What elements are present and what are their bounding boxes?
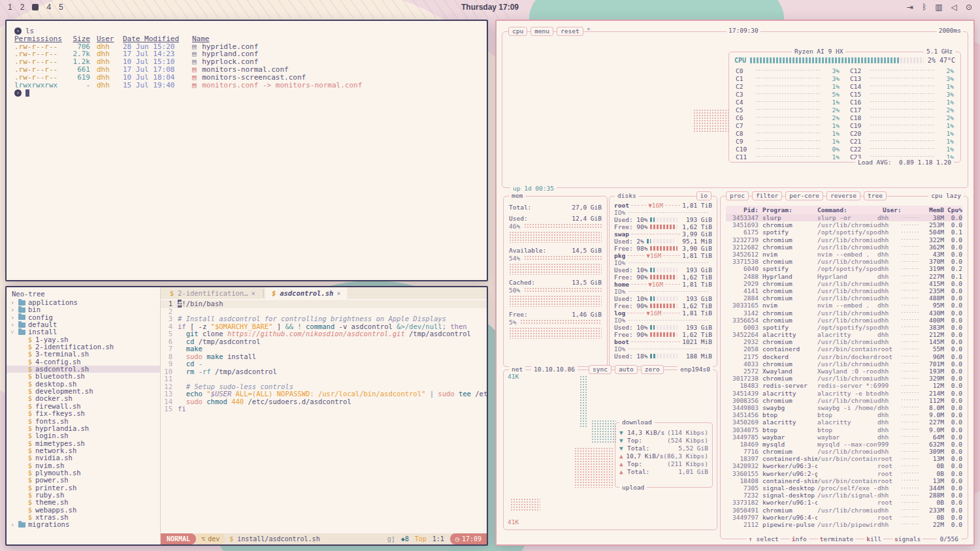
logout-icon[interactable]: ⇥ [907,3,913,12]
proc-tab-per-core[interactable]: per-core [785,191,823,200]
process-row[interactable]: 3451456btopbtopdhh9.0M0.0 [726,411,962,418]
footer-action-erminate[interactable]: terminate [818,535,856,543]
process-row[interactable]: 3452264alacrittyalacrittydhh212M0.0 [726,331,962,338]
memory-panel-title[interactable]: mem [509,192,525,200]
process-row[interactable]: 3212682chromium/usr/lib/chromium/dhh362M… [726,244,962,251]
proc-tab-filter[interactable]: filter [752,191,782,200]
network-interface[interactable]: enp194s0 [678,366,713,373]
volume-icon[interactable]: ◁ [951,3,957,12]
process-row[interactable]: 3008356chromium/usr/lib/chromium/dhh112M… [726,397,962,404]
tree-file-nvidia.sh[interactable]: $nvidia.sh [7,454,160,462]
tree-file-power.sh[interactable]: $power.sh [7,477,160,484]
footer-action-select[interactable]: ↑ select [747,535,781,543]
bluetooth-icon[interactable]: ᛒ [922,3,926,12]
process-row[interactable]: 2488HyprlandHyprlanddhh227M0.1 [726,273,962,280]
proc-tab-reverse[interactable]: reverse [826,191,860,200]
process-row[interactable]: 6040spotify/opt/spotify/spotidhh319M0.2 [726,265,962,272]
process-row[interactable]: 3451439alacrittyalacritty -e btopdhh214M… [726,390,962,397]
process-row[interactable]: 3050491chromium/usr/lib/chromium/dhh233M… [726,507,962,514]
editor-window[interactable]: Neo-tree ›applications›bin›config›defaul… [5,286,488,546]
display-icon[interactable]: ▥ [935,3,942,12]
proc-mem-graph [901,289,919,292]
proc-tab-proc[interactable]: proc [726,191,749,200]
tree-item-label: bin [28,306,41,313]
process-row[interactable]: 3017238chromium/usr/lib/chromium/dhh329M… [726,375,962,382]
tree-file-login.sh[interactable]: $login.sh [7,432,160,439]
code-area[interactable]: 1#!/bin/bash23# Install asdcontrol for c… [161,299,487,533]
shell-file-icon: $ [27,410,33,417]
process-row[interactable]: 2112pipewire-pulse/usr/lib/pipewire-dhh2… [726,521,962,528]
proc-cpu: 0.0 [944,221,962,228]
process-row[interactable]: 4033chromium/usr/lib/chromium/dhh701M0.0 [726,360,962,368]
disk-name: home [614,281,629,288]
process-row[interactable]: 3420932kworker/u96:3-coroot0B0.0 [726,462,962,469]
process-row[interactable]: 3451693chromium/usr/lib/chromium/dhh253M… [726,221,962,228]
process-row[interactable]: 2175dockerd/usr/bin/dockerd -root96M0.0 [726,353,962,360]
close-icon[interactable]: × [251,289,255,297]
process-row[interactable]: 2929chromium/usr/lib/chromium/dhh415M0.0 [726,280,962,287]
close-icon[interactable]: × [336,289,340,297]
process-row[interactable]: 2058containerd/usr/bin/containerroot55M0… [726,345,962,353]
process-row[interactable]: 6175spotify/opt/spotify/spotidhh504M0.1 [726,228,962,236]
process-row[interactable]: 7232signal-desktop/usr/lib/signal-dedhh2… [726,492,962,499]
process-row[interactable]: 3142chromium/usr/lib/chromium/dhh430M0.0 [726,309,962,316]
power-icon[interactable]: ⊙ [966,3,972,12]
process-row[interactable]: 3371538chromium/usr/lib/chromium/dhh370M… [726,258,962,265]
proc-cpu: 0.0 [944,360,962,368]
proc-cpu: 0.0 [944,390,962,397]
process-row[interactable]: 4141chromium/usr/lib/chromium/dhh235M0.0 [726,287,962,294]
net-tab-zero[interactable]: zero [641,365,664,374]
process-row[interactable]: 7716chromium/usr/lib/chromium/dhh309M0.0 [726,448,962,455]
footer-action-nfo[interactable]: info [790,535,809,543]
tree-dir-migrations[interactable]: ›migrations [7,521,160,528]
col-header-mem[interactable]: MemB [922,206,944,213]
process-row[interactable]: 3452612nvimnvim --embed .dhh43M0.0 [726,251,962,258]
tree-file-fix-fkeys.sh[interactable]: $fix-fkeys.sh [7,410,160,417]
process-row[interactable]: 3034075btopbtopdhh9.0M0.0 [726,426,962,433]
col-header-user[interactable]: User: [883,206,904,213]
process-row[interactable]: 3033165nvimnvim --embed .dhh95M0.0 [726,302,962,309]
clock: Thursday 17:09 [0,3,980,12]
process-row[interactable]: 2932chromium/usr/lib/chromium/dhh145M0.0 [726,338,962,345]
process-row[interactable]: 7305signal-desktop/proc/self/exe --tdhh3… [726,484,962,492]
process-row[interactable]: 2884chromium/usr/lib/chromium/dhh488M0.0 [726,294,962,302]
proc-tab-tree[interactable]: tree [864,191,887,200]
col-header-pid[interactable]: Pid: [726,206,759,213]
footer-action-ignals[interactable]: signals [892,535,923,543]
col-header-cpu[interactable]: Cpu% [944,206,962,213]
disks-panel-title[interactable]: disks [615,192,639,200]
process-row[interactable]: 3449785waybarwaybardhh64M0.0 [726,433,962,441]
tab-asdcontrol-sh[interactable]: $asdcontrol.sh× [265,287,347,299]
btop-window[interactable]: cpumenureset* 17:09:30 2000ms Ryzen AI 9… [495,20,975,546]
process-row[interactable]: 18408containerd-shim/usr/bin/containerro… [726,477,962,484]
proc-program: nvim [762,302,817,309]
process-row[interactable]: 3356654chromium/usr/lib/chromium/dhh400M… [726,317,962,324]
tab-2-identification-[interactable]: $2-identification…× [163,287,261,299]
process-row[interactable]: 3450269alacrittyalacrittydhh227M0.0 [726,418,962,426]
col-header-program[interactable]: Program: [762,206,817,213]
process-row[interactable]: 6003spotify/opt/spotify/spotidhh383M0.0 [726,324,962,331]
proc-sort-mode[interactable]: cpu lazy [928,192,964,200]
btop-refresh-interval[interactable]: 2000ms [937,27,963,34]
net-tab-sync[interactable]: sync [589,365,612,374]
process-row[interactable]: 3360155kworker/u96:2-gfroot0B0.0 [726,470,962,477]
net-tab-auto[interactable]: auto [615,365,638,374]
btop-tab-reset[interactable]: reset [557,27,583,36]
process-row[interactable]: 3373182kworker/u96:1-coroot0B0.0 [726,499,962,506]
io-tab[interactable]: io [696,191,711,200]
process-row[interactable]: 2572XwaylandXwayland :0 -rootldhh193M0.0 [726,368,962,375]
process-row[interactable]: 18469mysqldmysqld --max-conne999632M0.0 [726,441,962,448]
btop-tab-cpu[interactable]: cpu [508,27,527,36]
tree-file-theme.sh[interactable]: $theme.sh [7,499,160,506]
footer-action-ill[interactable]: kill [864,535,883,543]
process-row[interactable]: 18397containerd-shim/usr/bin/containerro… [726,455,962,462]
col-header-command[interactable]: Command: [817,206,883,213]
process-row[interactable]: 3449803swaybgswaybg -i /home/dhdhh8.0M0.… [726,404,962,411]
process-row[interactable]: 3232739chromium/usr/lib/chromium/dhh322M… [726,236,962,244]
process-row[interactable]: 18483redis-serverredis-server *:63799912… [726,382,962,389]
tree-dir-bin[interactable]: ›bin [7,306,160,313]
btop-tab-menu[interactable]: menu [531,27,553,36]
terminal-window[interactable]: › ls Permissions Size User Date Modified… [5,20,488,281]
process-row[interactable]: 3449797kworker/u96:4-coroot0B0.0 [726,514,962,521]
process-row[interactable]: 3453347slurpslurp -ordhh38M0.0 [726,214,962,221]
